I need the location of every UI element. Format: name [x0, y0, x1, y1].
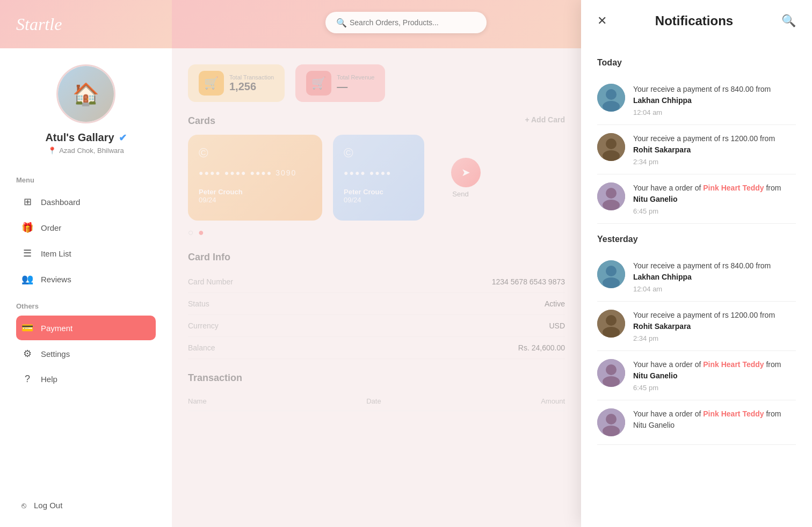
- notification-message: Your receive a payment of rs 840.00 from…: [633, 260, 796, 283]
- sidebar-item-item-list[interactable]: ☰ Item List: [16, 241, 156, 266]
- col-name: Name: [188, 397, 207, 405]
- notification-text: Your have a order of Pink Heart Teddy fr…: [633, 359, 796, 392]
- others-label: Others: [16, 302, 156, 310]
- notification-item: Your have a order of Pink Heart Teddy fr…: [597, 400, 796, 445]
- payment-icon: 💳: [21, 322, 33, 334]
- list-icon: ☰: [21, 247, 33, 259]
- search-icon[interactable]: 🔍: [781, 14, 796, 28]
- svg-point-13: [606, 315, 617, 326]
- currency-label: Currency: [188, 321, 219, 330]
- card-blue[interactable]: © ●●●● ●●●● Peter Crouc 09/24: [333, 135, 424, 221]
- avatar: [597, 182, 625, 210]
- notifications-title: Notifications: [655, 13, 733, 28]
- card-logo-icon2: ©: [344, 145, 414, 160]
- card-info-row-number: Card Number 1234 5678 6543 9873: [188, 271, 565, 293]
- app-logo: Startle: [16, 14, 62, 34]
- card-nav-prev[interactable]: ○: [188, 227, 194, 238]
- card-expiry2: 09/24: [344, 196, 414, 204]
- pink-heart-teddy-link[interactable]: Pink Heart Teddy: [703, 409, 764, 418]
- settings-icon: ⚙: [21, 348, 33, 360]
- sidebar-item-label: Payment: [41, 324, 73, 333]
- logout-label: Log Out: [34, 501, 62, 510]
- avatar: [597, 408, 625, 436]
- svg-point-17: [603, 376, 620, 387]
- balance-value: Rs. 24,600.00: [518, 343, 565, 352]
- notification-text: Your have a order of Pink Heart Teddy fr…: [633, 408, 796, 431]
- card-expiry: 09/24: [199, 196, 243, 204]
- sidebar-item-help[interactable]: ? Help: [16, 367, 156, 391]
- sidebar-item-dashboard[interactable]: ⊞ Dashboard: [16, 189, 156, 214]
- search-input[interactable]: [325, 12, 487, 33]
- card-orange[interactable]: © ●●●● ●●●● ●●●● 3090 Peter Crouch 09/24: [188, 135, 322, 221]
- cards-section-title: Cards + Add Card: [188, 115, 565, 127]
- notifications-header: ✕ Notifications 🔍: [581, 0, 812, 42]
- card-nav-next[interactable]: ●: [198, 227, 204, 238]
- sidebar-item-settings[interactable]: ⚙ Settings: [16, 341, 156, 366]
- col-amount: Amount: [541, 397, 565, 405]
- svg-point-20: [603, 426, 620, 436]
- sidebar-item-label: Reviews: [41, 275, 71, 284]
- avatar: [597, 133, 625, 161]
- pink-heart-teddy-link[interactable]: Pink Heart Teddy: [703, 184, 764, 192]
- search-icon: 🔍: [336, 18, 347, 28]
- notification-time: 6:45 pm: [633, 384, 796, 392]
- dashboard-icon: ⊞: [21, 196, 33, 208]
- notification-message: Your receive a payment of rs 1200.00 fro…: [633, 310, 796, 332]
- menu-section: Menu ⊞ Dashboard 🎁 Order ☰ Item List 👥 R…: [0, 165, 172, 398]
- order-icon: 🎁: [21, 222, 33, 233]
- sidebar-item-label: Item List: [41, 249, 71, 258]
- status-label: Status: [188, 299, 209, 308]
- svg-point-11: [603, 277, 620, 288]
- card-info-section: Card Info Card Number 1234 5678 6543 987…: [188, 252, 565, 359]
- avatar: [597, 310, 625, 338]
- sidebar-item-reviews[interactable]: 👥 Reviews: [16, 267, 156, 291]
- card-number-label: Card Number: [188, 277, 233, 286]
- avatar: [597, 260, 625, 288]
- sidebar-top: Startle: [0, 0, 172, 48]
- notification-text: Your have a order of Pink Heart Teddy fr…: [633, 182, 796, 215]
- total-revenue-stat: 🛒 Total Revenue —: [295, 64, 385, 102]
- notification-message: Your receive a payment of rs 840.00 from…: [633, 84, 796, 106]
- notification-message: Your have a order of Pink Heart Teddy fr…: [633, 359, 796, 382]
- notification-text: Your receive a payment of rs 1200.00 fro…: [633, 133, 796, 166]
- yesterday-label: Yesterday: [597, 235, 796, 244]
- verified-icon: ✔: [119, 132, 127, 144]
- send-button[interactable]: ➤: [451, 158, 481, 187]
- pink-heart-teddy-link[interactable]: Pink Heart Teddy: [703, 360, 764, 369]
- svg-point-10: [606, 266, 617, 276]
- sidebar-item-label: Help: [41, 375, 57, 384]
- notification-item: Your receive a payment of rs 840.00 from…: [597, 252, 796, 302]
- avatar-image: 🏠: [58, 66, 114, 122]
- stat-label: Total Transaction: [229, 74, 274, 80]
- notifications-body: Today Your receive a payment of rs 840.0…: [581, 42, 812, 461]
- sidebar-item-order[interactable]: 🎁 Order: [16, 215, 156, 240]
- sidebar-item-payment[interactable]: 💳 Payment: [16, 316, 156, 340]
- location-icon: 📍: [48, 147, 56, 155]
- notification-item: Your receive a payment of rs 1200.00 fro…: [597, 125, 796, 174]
- notification-text: Your receive a payment of rs 840.00 from…: [633, 84, 796, 116]
- add-card-button[interactable]: + Add Card: [525, 115, 565, 124]
- logout-button[interactable]: ⎋ Log Out: [0, 494, 172, 516]
- notification-item: Your have a order of Pink Heart Teddy fr…: [597, 351, 796, 400]
- avatar: [597, 359, 625, 387]
- balance-label: Balance: [188, 343, 215, 352]
- svg-point-19: [606, 414, 617, 424]
- svg-point-5: [603, 150, 620, 161]
- currency-value: USD: [549, 321, 565, 330]
- notification-item: Your have a order of Pink Heart Teddy fr…: [597, 174, 796, 224]
- notification-text: Your receive a payment of rs 840.00 from…: [633, 260, 796, 293]
- sidebar-item-label: Dashboard: [41, 197, 80, 207]
- card-number-display2: ●●●● ●●●●: [344, 169, 414, 177]
- card-number-value: 1234 5678 6543 9873: [492, 277, 565, 286]
- shop-location: 📍 Azad Chok, Bhilwara: [48, 147, 124, 155]
- shop-name: Atul's Gallary ✔: [45, 131, 126, 144]
- notification-item: Your receive a payment of rs 840.00 from…: [597, 76, 796, 125]
- stat-label2: Total Revenue: [337, 74, 374, 80]
- card-logo-icon: ©: [199, 145, 311, 160]
- notification-time: 6:45 pm: [633, 207, 796, 215]
- close-button[interactable]: ✕: [597, 14, 607, 28]
- card-holder2: Peter Crouc: [344, 188, 414, 196]
- card-info-row-balance: Balance Rs. 24,600.00: [188, 337, 565, 359]
- transaction-title: Transaction: [188, 372, 565, 384]
- notification-time: 12:04 am: [633, 108, 796, 116]
